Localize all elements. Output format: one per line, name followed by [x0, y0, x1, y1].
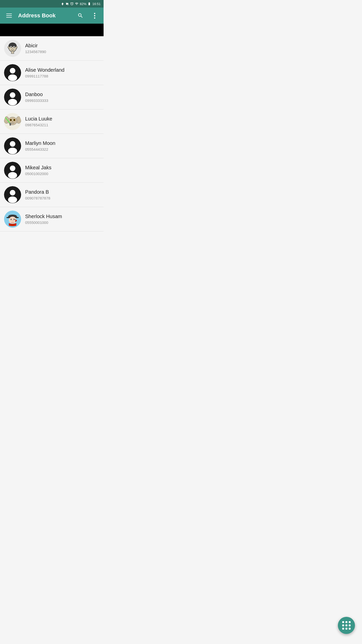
page-title: Address Book	[18, 12, 71, 19]
svg-point-14	[8, 99, 17, 105]
contact-info: Abicir1234567890	[25, 43, 100, 54]
avatar	[4, 186, 21, 203]
svg-point-13	[10, 92, 15, 98]
more-button[interactable]	[89, 11, 100, 21]
contact-info: Alise Wonderland09991117788	[25, 67, 100, 78]
svg-point-42	[15, 220, 17, 221]
search-icon	[77, 13, 83, 19]
svg-point-10	[10, 68, 15, 73]
svg-point-7	[16, 46, 17, 48]
more-icon	[94, 13, 95, 19]
avatar	[4, 211, 21, 228]
contact-phone: 05550001000	[25, 220, 100, 225]
svg-point-21	[10, 119, 11, 120]
contact-phone: 05554443322	[25, 147, 100, 151]
svg-rect-25	[10, 123, 11, 126]
svg-point-27	[10, 141, 15, 147]
app-bar: Address Book	[0, 8, 104, 24]
black-banner	[0, 24, 104, 36]
svg-point-18	[8, 117, 17, 125]
avatar	[4, 64, 21, 81]
contact-phone: 05001002000	[25, 172, 100, 176]
svg-rect-8	[11, 52, 14, 54]
status-bar: 82% 16:51	[0, 0, 104, 8]
contact-name: Danboo	[25, 92, 100, 97]
svg-point-34	[8, 196, 17, 203]
svg-point-28	[8, 148, 17, 154]
avatar	[4, 113, 21, 130]
battery-text: 82%	[80, 2, 86, 6]
contact-name: Pandora B	[25, 189, 100, 195]
contact-info: Lucia Luuke09876543211	[25, 116, 100, 127]
list-item[interactable]: Mikeal Jaks05001002000	[0, 158, 104, 183]
mute-icon	[66, 2, 69, 6]
list-item[interactable]: Sherlock Husam05550001000	[0, 207, 104, 231]
contact-name: Alise Wonderland	[25, 67, 100, 73]
battery-icon	[87, 2, 91, 6]
svg-point-31	[8, 172, 17, 179]
contact-phone: 009078787878	[25, 196, 100, 200]
contact-info: Sherlock Husam05550001000	[25, 214, 100, 225]
contact-name: Sherlock Husam	[25, 214, 100, 219]
svg-point-40	[11, 219, 11, 220]
contact-phone: 1234567890	[25, 50, 100, 54]
avatar	[4, 137, 21, 154]
contact-name: Mikeal Jaks	[25, 165, 100, 171]
hamburger-icon	[6, 14, 12, 18]
list-item[interactable]: Pandora B009078787878	[0, 183, 104, 207]
svg-point-30	[10, 166, 15, 171]
avatar	[4, 89, 21, 106]
svg-point-5	[14, 47, 15, 48]
contact-phone: 09876543211	[25, 123, 100, 127]
list-item[interactable]: Danboo09993333333	[0, 85, 104, 109]
svg-point-6	[8, 46, 9, 48]
contact-info: Pandora B009078787878	[25, 189, 100, 200]
list-item[interactable]: Alise Wonderland09991117788	[0, 61, 104, 85]
avatar	[4, 40, 21, 57]
contact-list: Abicir1234567890 Alise Wonderland0999111…	[0, 36, 104, 231]
contact-name: Abicir	[25, 43, 100, 49]
time-text: 16:51	[92, 2, 101, 6]
svg-point-41	[14, 219, 14, 220]
signal-icon	[75, 2, 79, 6]
menu-button[interactable]	[4, 11, 14, 21]
svg-point-22	[14, 119, 15, 120]
avatar	[4, 162, 21, 179]
bluetooth-icon	[61, 2, 65, 6]
svg-point-33	[10, 190, 15, 195]
search-button[interactable]	[75, 11, 85, 21]
contact-name: Marliyn Moon	[25, 140, 100, 146]
svg-point-4	[11, 47, 12, 48]
alarm-icon	[70, 2, 74, 6]
list-item[interactable]: Marliyn Moon05554443322	[0, 134, 104, 158]
contact-info: Marliyn Moon05554443322	[25, 140, 100, 151]
contact-info: Danboo09993333333	[25, 92, 100, 103]
contact-info: Mikeal Jaks05001002000	[25, 165, 100, 176]
svg-point-11	[8, 74, 17, 81]
contact-name: Lucia Luuke	[25, 116, 100, 122]
list-item[interactable]: Lucia Luuke09876543211	[0, 109, 104, 134]
contact-phone: 09993333333	[25, 98, 100, 103]
svg-point-23	[12, 122, 13, 122]
list-item[interactable]: Abicir1234567890	[0, 36, 104, 61]
contact-phone: 09991117788	[25, 74, 100, 78]
status-icons: 82% 16:51	[61, 2, 101, 6]
